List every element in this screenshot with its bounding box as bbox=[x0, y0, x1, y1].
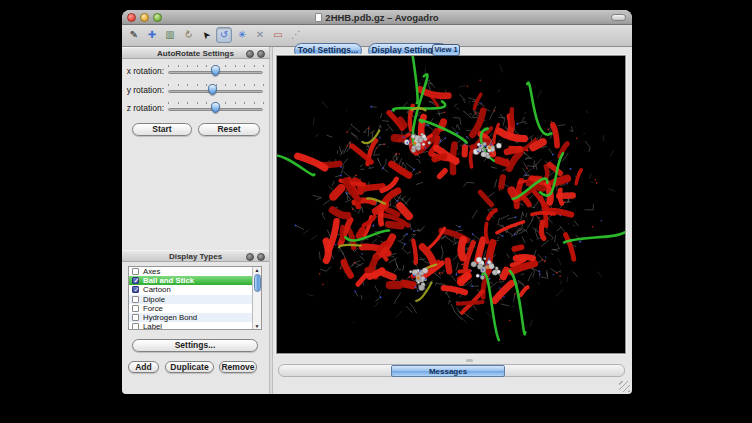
tool-icon-group: ✎✚▥↻➤↺✳✕▭⋰ bbox=[126, 27, 304, 43]
slider-thumb[interactable] bbox=[211, 102, 220, 113]
display-type-checkbox[interactable] bbox=[132, 323, 139, 330]
slider-tick bbox=[197, 84, 198, 86]
start-button[interactable]: Start bbox=[132, 123, 192, 136]
duplicate-button[interactable]: Duplicate bbox=[165, 361, 214, 373]
display-types-panel-title: Display Types bbox=[169, 252, 222, 261]
autorotate-close-button[interactable] bbox=[257, 50, 265, 58]
autorotate-panel-titlebar[interactable]: AutoRotate Settings bbox=[122, 47, 269, 59]
display-type-row-ball-and-stick[interactable]: Ball and Stick bbox=[129, 276, 252, 285]
draw-tool-button[interactable]: ✎ bbox=[126, 27, 142, 43]
slider-row-z: z rotation: bbox=[122, 99, 269, 116]
slider-tick bbox=[225, 84, 226, 86]
z-rotation-slider[interactable] bbox=[168, 99, 263, 116]
add-button[interactable]: Add bbox=[128, 361, 159, 373]
display-type-row-hydrogen-bond[interactable]: Hydrogen Bond bbox=[129, 313, 252, 322]
display-type-settings-button[interactable]: Settings... bbox=[132, 339, 258, 352]
manipulate-tool-button[interactable]: ↻ bbox=[180, 27, 196, 43]
measure-tool-icon: ✕ bbox=[256, 30, 264, 40]
display-types-rows: AxesBall and StickCartoonDipoleForceHydr… bbox=[129, 267, 252, 330]
display-type-checkbox[interactable] bbox=[132, 305, 139, 312]
slider-tick bbox=[206, 84, 207, 86]
display-types-close-button[interactable] bbox=[257, 253, 265, 261]
display-type-label: Hydrogen Bond bbox=[143, 313, 197, 322]
display-type-label: Ball and Stick bbox=[143, 276, 194, 285]
selection-tool-button[interactable]: ➤ bbox=[198, 27, 214, 43]
slider-tick bbox=[206, 65, 207, 67]
slider-tick bbox=[197, 102, 198, 104]
slider-row-x: x rotation: bbox=[122, 62, 269, 79]
display-types-list[interactable]: AxesBall and StickCartoonDipoleForceHydr… bbox=[128, 266, 262, 330]
align-tool-button[interactable]: ⋰ bbox=[288, 27, 304, 43]
align-tool-icon: ⋰ bbox=[291, 30, 301, 40]
display-type-checkbox[interactable] bbox=[132, 268, 139, 275]
slider-tick bbox=[187, 84, 188, 86]
toolbar-toggle-button[interactable] bbox=[611, 14, 626, 21]
slider-tick bbox=[244, 65, 245, 67]
messages-splitter-handle[interactable] bbox=[466, 359, 473, 362]
y-rotation-slider[interactable] bbox=[168, 81, 263, 98]
auto-rotate-tool-button[interactable]: ↺ bbox=[216, 27, 232, 43]
scroll-up-icon[interactable]: ▲ bbox=[253, 267, 261, 273]
navigate-tool-button[interactable]: ✚ bbox=[144, 27, 160, 43]
slider-tick bbox=[263, 102, 264, 104]
tool-toolbar: ✎✚▥↻➤↺✳✕▭⋰ Tool Settings... Display Sett… bbox=[122, 25, 632, 47]
autorotate-panel-title: AutoRotate Settings bbox=[157, 49, 234, 58]
display-type-checkbox[interactable] bbox=[132, 277, 139, 284]
auto-optimize-tool-icon: ✳ bbox=[238, 30, 246, 40]
slider-row-y: y rotation: bbox=[122, 81, 269, 98]
view-tab[interactable]: View 1 bbox=[432, 44, 460, 56]
list-scrollbar[interactable]: ▲ ▼ bbox=[252, 267, 261, 329]
remove-button[interactable]: Remove bbox=[219, 361, 257, 373]
slider-tick bbox=[178, 65, 179, 67]
bond-centric-tool-icon: ▥ bbox=[165, 30, 174, 40]
display-type-checkbox[interactable] bbox=[132, 314, 139, 321]
panel-splitter[interactable] bbox=[269, 47, 273, 394]
bond-centric-tool-button[interactable]: ▥ bbox=[162, 27, 178, 43]
slider-tick bbox=[235, 65, 236, 67]
display-type-row-cartoon[interactable]: Cartoon bbox=[129, 285, 252, 294]
resize-grip-icon[interactable] bbox=[619, 381, 630, 392]
ruler-tool-icon: ▭ bbox=[273, 30, 282, 40]
display-type-checkbox[interactable] bbox=[132, 296, 139, 303]
slider-thumb[interactable] bbox=[211, 65, 220, 76]
display-type-row-dipole[interactable]: Dipole bbox=[129, 295, 252, 304]
auto-rotate-tool-icon: ↺ bbox=[220, 30, 228, 40]
display-type-label: Force bbox=[143, 304, 163, 313]
scrollbar-thumb[interactable] bbox=[254, 274, 261, 292]
title-bar[interactable]: 2HHB.pdb.gz – Avogadro bbox=[122, 10, 632, 25]
selection-tool-icon: ➤ bbox=[199, 29, 212, 42]
messages-button[interactable]: Messages bbox=[391, 365, 505, 378]
slider-tick bbox=[178, 102, 179, 104]
autorotate-float-button[interactable] bbox=[246, 50, 254, 58]
draw-tool-icon: ✎ bbox=[130, 30, 138, 40]
slider-tick bbox=[263, 65, 264, 67]
slider-tick bbox=[206, 102, 207, 104]
measure-tool-button[interactable]: ✕ bbox=[252, 27, 268, 43]
display-type-label: Label bbox=[143, 322, 162, 330]
scroll-down-icon[interactable]: ▼ bbox=[253, 323, 261, 329]
slider-label: z rotation: bbox=[122, 103, 164, 113]
slider-tick bbox=[168, 102, 169, 104]
document-icon bbox=[315, 13, 322, 22]
display-type-row-axes[interactable]: Axes bbox=[129, 267, 252, 276]
slider-tick bbox=[244, 102, 245, 104]
auto-optimize-tool-button[interactable]: ✳ bbox=[234, 27, 250, 43]
display-types-float-button[interactable] bbox=[246, 253, 254, 261]
slider-thumb[interactable] bbox=[208, 84, 217, 95]
slider-tick bbox=[235, 102, 236, 104]
display-type-row-label[interactable]: Label bbox=[129, 322, 252, 330]
display-type-checkbox[interactable] bbox=[132, 286, 139, 293]
display-types-panel-titlebar[interactable]: Display Types bbox=[122, 250, 269, 262]
slider-label: x rotation: bbox=[122, 66, 164, 76]
display-type-row-force[interactable]: Force bbox=[129, 304, 252, 313]
reset-button[interactable]: Reset bbox=[198, 123, 260, 136]
x-rotation-slider[interactable] bbox=[168, 62, 263, 79]
slider-tick bbox=[254, 65, 255, 67]
ruler-tool-button[interactable]: ▭ bbox=[270, 27, 286, 43]
slider-tick bbox=[254, 102, 255, 104]
gl-viewport[interactable] bbox=[276, 55, 626, 354]
slider-tick bbox=[225, 65, 226, 67]
display-type-label: Axes bbox=[143, 267, 160, 276]
slider-tick bbox=[178, 84, 179, 86]
molecule-render[interactable] bbox=[277, 56, 625, 353]
